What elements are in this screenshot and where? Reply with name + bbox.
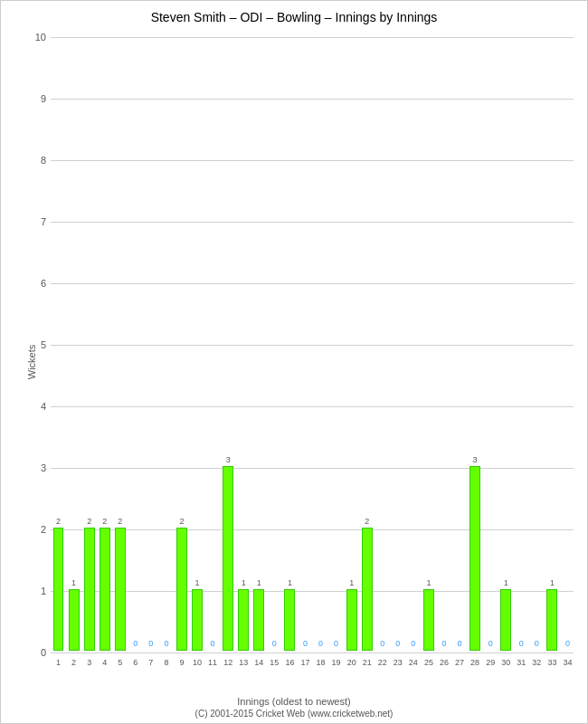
grid-line (51, 468, 574, 469)
x-tick-label: 23 (393, 658, 403, 667)
bar (546, 589, 557, 651)
bar-zero-label: 0 (393, 639, 403, 648)
bar (423, 589, 434, 651)
bar (253, 589, 264, 651)
bar (115, 528, 126, 651)
bar-value-label: 1 (546, 578, 557, 587)
bar-value-label: 2 (53, 517, 64, 526)
bar-zero-label: 0 (531, 639, 542, 648)
x-tick-label: 8 (161, 658, 172, 667)
bar-value-label: 3 (223, 455, 233, 464)
bar-zero-label: 0 (454, 639, 465, 648)
y-axis-label: 6 (41, 278, 51, 289)
x-tick-label: 28 (469, 658, 480, 667)
x-tick-label: 7 (146, 658, 156, 667)
grid-line (51, 283, 574, 284)
x-tick-label: 5 (115, 658, 126, 667)
bar-zero-label: 0 (377, 639, 388, 648)
bar-value-label: 2 (362, 517, 373, 526)
bar-value-label: 1 (500, 578, 511, 587)
chart-area: 0123456789102112232425060708291100113121… (51, 37, 574, 651)
bar (69, 589, 80, 651)
x-tick-label: 6 (130, 658, 141, 667)
copyright: (C) 2001-2015 Cricket Web (www.cricketwe… (1, 709, 587, 719)
x-tick-label: 26 (439, 658, 450, 667)
bar-value-label: 1 (69, 578, 80, 587)
y-axis-label: 7 (41, 216, 51, 227)
grid-line (51, 345, 574, 346)
bar-zero-label: 0 (130, 639, 141, 648)
y-axis-label: 3 (41, 462, 51, 473)
y-axis-title: Wickets (26, 345, 37, 380)
bar-zero-label: 0 (562, 639, 573, 648)
x-tick-label: 17 (299, 658, 310, 667)
bar (500, 589, 511, 651)
y-axis-label: 1 (41, 586, 51, 596)
bar-zero-label: 0 (439, 639, 450, 648)
grid-line (51, 222, 574, 223)
bar-zero-label: 0 (299, 639, 310, 648)
x-tick-label: 24 (408, 658, 419, 667)
grid-line (51, 653, 574, 653)
grid-line (51, 591, 574, 592)
x-tick-label: 29 (485, 658, 496, 667)
bar (284, 589, 295, 651)
bar-value-label: 1 (238, 578, 249, 587)
bar (223, 466, 233, 651)
x-tick-label: 34 (562, 658, 573, 667)
bar-value-label: 1 (284, 578, 295, 587)
x-tick-label: 4 (100, 658, 110, 667)
chart-container: Steven Smith – ODI – Bowling – Innings b… (0, 0, 588, 724)
bar (238, 589, 249, 651)
x-tick-label: 14 (253, 658, 264, 667)
x-tick-label: 27 (454, 658, 465, 667)
x-tick-label: 3 (84, 658, 95, 667)
x-tick-label: 16 (284, 658, 295, 667)
y-axis-label: 9 (41, 93, 51, 104)
bar-zero-label: 0 (207, 639, 218, 648)
bar-zero-label: 0 (485, 639, 496, 648)
bar-value-label: 3 (469, 455, 480, 464)
bar-zero-label: 0 (516, 639, 526, 648)
bar-zero-label: 0 (146, 639, 156, 648)
y-axis-label: 0 (41, 647, 51, 658)
bar (192, 589, 203, 651)
x-tick-label: 32 (531, 658, 542, 667)
x-tick-label: 13 (238, 658, 249, 667)
x-tick-label: 25 (423, 658, 434, 667)
bar-zero-label: 0 (316, 639, 327, 648)
x-tick-label: 15 (269, 658, 280, 667)
bar-value-label: 1 (192, 578, 203, 587)
bar-value-label: 2 (100, 517, 110, 526)
bar-value-label: 1 (253, 578, 264, 587)
bar-zero-label: 0 (408, 639, 419, 648)
x-tick-label: 22 (377, 658, 388, 667)
y-axis-label: 5 (41, 339, 51, 350)
x-tick-label: 11 (207, 658, 218, 667)
grid-line (51, 406, 574, 407)
x-tick-label: 18 (316, 658, 327, 667)
bar-value-label: 2 (84, 517, 95, 526)
bar (362, 528, 373, 651)
grid-line (51, 37, 574, 38)
bar-value-label: 2 (115, 517, 126, 526)
x-tick-label: 21 (362, 658, 373, 667)
grid-line (51, 99, 574, 100)
bar-zero-label: 0 (331, 639, 342, 648)
grid-line (51, 160, 574, 161)
x-tick-label: 9 (176, 658, 187, 667)
x-tick-label: 20 (346, 658, 357, 667)
x-tick-label: 1 (53, 658, 64, 667)
y-axis-label: 10 (35, 32, 51, 43)
x-tick-label: 2 (69, 658, 80, 667)
y-axis-label: 2 (41, 524, 51, 535)
bar (346, 589, 357, 651)
bar (469, 466, 480, 651)
bar (53, 528, 64, 651)
x-tick-label: 12 (223, 658, 233, 667)
chart-title: Steven Smith – ODI – Bowling – Innings b… (1, 1, 587, 29)
y-axis-label: 4 (41, 401, 51, 412)
x-tick-label: 31 (516, 658, 526, 667)
bar-value-label: 1 (423, 578, 434, 587)
x-tick-label: 33 (546, 658, 557, 667)
